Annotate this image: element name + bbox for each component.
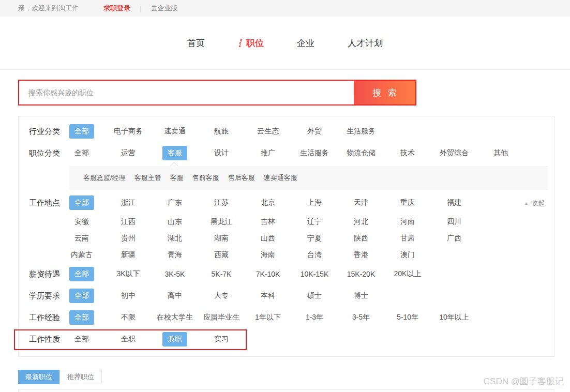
filter-option[interactable]: 初中 [116, 289, 141, 303]
filter-option[interactable]: 福建 [442, 195, 467, 210]
tab-0-active[interactable]: 最新职位 [18, 370, 59, 384]
filter-option[interactable]: 15K-20K [342, 267, 380, 281]
filter-option[interactable]: 云南 [69, 231, 94, 246]
filter-option[interactable]: 宁夏 [302, 231, 327, 246]
filter-option[interactable]: 四川 [442, 215, 467, 229]
filter-option[interactable]: 辽宁 [302, 215, 327, 229]
filter-option[interactable]: 在校大学生 [152, 310, 198, 325]
job-seeker-login-link[interactable]: 求职登录 [103, 4, 130, 13]
filter-option[interactable]: 10K-15K [295, 267, 334, 281]
filter-option[interactable]: 吉林 [256, 215, 280, 229]
filter-option[interactable]: 青海 [162, 248, 187, 262]
collapse-link[interactable]: ▲收起 [524, 199, 545, 208]
filter-option[interactable]: 物流仓储 [341, 146, 381, 160]
filter-option[interactable]: 山东 [162, 215, 187, 229]
filter-option[interactable]: 重庆 [395, 195, 420, 210]
subcategory-item[interactable]: 售后客服 [228, 173, 255, 183]
subcategory-item[interactable]: 客服 [170, 173, 184, 183]
search-input[interactable] [19, 81, 354, 104]
filter-option[interactable]: 20K以上 [389, 267, 427, 281]
filter-option[interactable]: 山西 [256, 231, 280, 246]
filter-option[interactable]: 外贸 [302, 124, 327, 139]
filter-option[interactable]: 海南 [256, 248, 280, 262]
filter-option[interactable]: 实习 [209, 332, 234, 346]
filter-option[interactable]: 航旅 [209, 124, 234, 139]
filter-cell: 内蒙古 [58, 248, 105, 262]
filter-option-selected[interactable]: 全部 [69, 124, 94, 139]
filter-option[interactable]: 云生态 [252, 124, 284, 139]
subcategory-item[interactable]: 售前客服 [192, 173, 219, 183]
filter-option[interactable]: 10年以上 [434, 310, 474, 325]
filter-option[interactable]: 浙江 [116, 195, 141, 210]
filter-option[interactable]: 7K-10K [251, 267, 286, 281]
filter-option[interactable]: 硕士 [302, 289, 327, 303]
nav-item-3[interactable]: 人才计划 [348, 37, 383, 49]
filter-option[interactable]: 黑龙江 [205, 215, 237, 229]
filter-cell: 大专 [198, 289, 245, 303]
filter-option-selected[interactable]: 全部 [69, 289, 94, 303]
filter-option[interactable]: 3K以下 [111, 267, 145, 281]
subcategory-item[interactable]: 速卖通客服 [264, 173, 297, 183]
filter-option[interactable]: 5K-7K [206, 267, 237, 281]
filter-option[interactable]: 西藏 [209, 248, 234, 262]
filter-option[interactable]: 江苏 [209, 195, 234, 210]
filter-option[interactable]: 生活服务 [295, 146, 334, 160]
filter-option[interactable]: 1-3年 [301, 310, 328, 325]
filter-option-selected[interactable]: 兼职 [162, 332, 187, 346]
filter-option[interactable]: 安徽 [69, 215, 94, 229]
filter-option[interactable]: 香港 [349, 248, 373, 262]
filter-option[interactable]: 大专 [209, 289, 234, 303]
filter-cell: 福建 [431, 195, 477, 210]
filter-option[interactable]: 湖北 [162, 231, 187, 246]
filter-option-selected[interactable]: 全部 [69, 310, 94, 325]
filter-option[interactable]: 运营 [116, 146, 141, 160]
filter-option[interactable]: 生活服务 [341, 124, 381, 139]
filter-option[interactable]: 河南 [395, 215, 420, 229]
nav-item-0[interactable]: 首页 [187, 37, 205, 49]
filter-option[interactable]: 全职 [116, 332, 141, 346]
filter-option-selected[interactable]: 全部 [69, 195, 94, 210]
filter-option-selected[interactable]: 客服 [162, 146, 187, 160]
enterprise-version-link[interactable]: 去企业版 [151, 4, 177, 13]
filter-option[interactable]: 新疆 [116, 248, 141, 262]
filter-option-selected[interactable]: 全部 [69, 267, 94, 281]
filter-option[interactable]: 电子商务 [109, 124, 148, 139]
filter-option[interactable]: 设计 [209, 146, 234, 160]
filter-option[interactable]: 推广 [256, 146, 280, 160]
filter-option[interactable]: 全部 [69, 146, 94, 160]
filter-option[interactable]: 河北 [349, 215, 373, 229]
filter-option[interactable]: 1年以下 [250, 310, 286, 325]
filter-option[interactable]: 3-5年 [347, 310, 375, 325]
filter-option[interactable]: 上海 [302, 195, 327, 210]
filter-option[interactable]: 贵州 [116, 231, 141, 246]
filter-option[interactable]: 天津 [349, 195, 373, 210]
filter-option[interactable]: 5-10年 [392, 310, 424, 325]
subcategory-item[interactable]: 客服主管 [134, 173, 161, 183]
filter-option[interactable]: 不限 [116, 310, 141, 325]
tab-1[interactable]: 推荐职位 [59, 370, 102, 384]
search-button[interactable]: 搜 索 [354, 81, 415, 104]
filter-option[interactable]: 广东 [162, 195, 187, 210]
filter-option[interactable]: 台湾 [302, 248, 327, 262]
filter-option[interactable]: 速卖通 [159, 124, 191, 139]
nav-item-1-active[interactable]: 职位 [238, 37, 264, 49]
filter-option[interactable]: 外贸综合 [434, 146, 474, 160]
filter-option[interactable]: 应届毕业生 [198, 310, 245, 325]
subcategory-item[interactable]: 客服总监/经理 [83, 173, 126, 183]
filter-option[interactable]: 陕西 [349, 231, 373, 246]
filter-option[interactable]: 内蒙古 [66, 248, 98, 262]
filter-option[interactable]: 高中 [162, 289, 187, 303]
filter-option[interactable]: 广西 [442, 231, 467, 246]
filter-option[interactable]: 北京 [256, 195, 280, 210]
filter-option[interactable]: 其他 [488, 146, 513, 160]
filter-option[interactable]: 本科 [256, 289, 280, 303]
filter-option[interactable]: 3K-5K [160, 267, 190, 281]
filter-option[interactable]: 全部 [69, 332, 94, 346]
filter-option[interactable]: 博士 [349, 289, 373, 303]
filter-option[interactable]: 江西 [116, 215, 141, 229]
filter-option[interactable]: 湖南 [209, 231, 234, 246]
filter-option[interactable]: 技术 [395, 146, 420, 160]
filter-option[interactable]: 澳门 [395, 248, 420, 262]
nav-item-2[interactable]: 企业 [297, 37, 314, 49]
filter-option[interactable]: 甘肃 [395, 231, 420, 246]
